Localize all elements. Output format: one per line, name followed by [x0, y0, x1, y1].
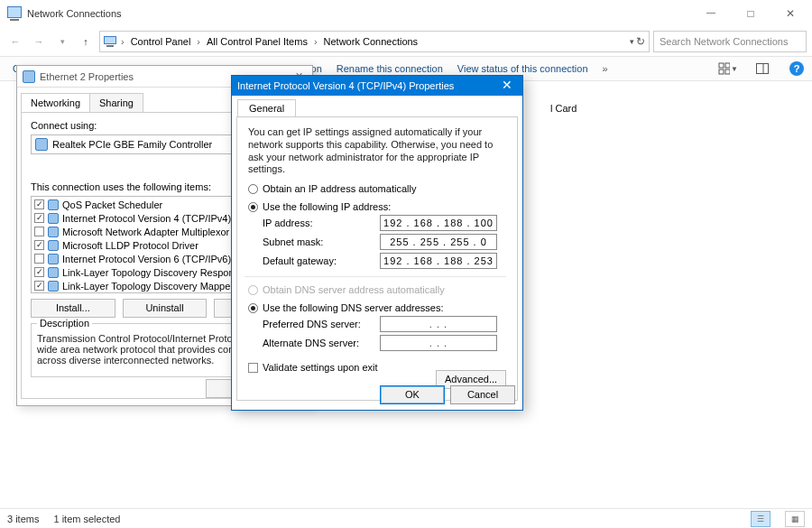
radio-auto-dns: Obtain DNS server address automatically	[248, 284, 506, 295]
nav-forward[interactable]: →	[29, 32, 49, 51]
tab-general[interactable]: General	[237, 99, 296, 116]
svg-rect-4	[757, 64, 769, 74]
status-item-count: 3 items	[7, 514, 39, 524]
radio-icon-disabled	[248, 285, 258, 295]
tab-sharing[interactable]: Sharing	[89, 93, 143, 112]
checkbox-icon[interactable]	[34, 267, 44, 277]
nav-row: ← → ▾ ↑ › Control Panel › All Control Pa…	[0, 27, 812, 56]
radio-use-dns-label: Use the following DNS server addresses:	[263, 302, 444, 313]
view-large-icon[interactable]: ▦	[785, 511, 805, 527]
adapter-name: Realtek PCIe GBE Family Controller	[52, 139, 212, 150]
pref-dns-input[interactable]: . . .	[380, 316, 497, 332]
radio-use-dns[interactable]: Use the following DNS server addresses:	[248, 302, 506, 313]
list-item-label: Internet Protocol Version 6 (TCP/IPv6)	[62, 254, 231, 264]
ipv4-dialog-titlebar[interactable]: Internet Protocol Version 4 (TCP/IPv4) P…	[232, 76, 522, 96]
refresh-icon[interactable]: ↻	[636, 35, 645, 48]
address-bar[interactable]: › Control Panel › All Control Panel Item…	[99, 31, 650, 52]
svg-rect-1	[725, 63, 730, 68]
uninstall-button[interactable]: Uninstall	[123, 299, 208, 318]
view-details-icon[interactable]: ☰	[751, 511, 770, 527]
radio-icon-selected	[248, 303, 258, 313]
chevron-right-icon: ›	[197, 36, 200, 47]
radio-use-ip-label: Use the following IP address:	[263, 201, 391, 212]
radio-use-ip[interactable]: Use the following IP address:	[248, 201, 506, 212]
address-dropdown-icon[interactable]: ▾	[630, 37, 634, 46]
protocol-icon	[48, 281, 59, 292]
status-bar: 3 items 1 item selected ☰ ▦	[0, 508, 812, 528]
svg-rect-0	[719, 63, 724, 68]
ipv4-properties-dialog: Internet Protocol Version 4 (TCP/IPv4) P…	[231, 75, 523, 411]
checkbox-icon	[248, 363, 258, 373]
svg-rect-3	[725, 69, 730, 74]
search-placeholder: Search Network Connections	[660, 36, 788, 47]
svg-rect-2	[719, 69, 724, 74]
nav-recent-drop[interactable]: ▾	[52, 32, 72, 51]
window-close[interactable]	[770, 1, 810, 26]
protocol-icon	[48, 199, 59, 210]
chevron-right-icon: ›	[314, 36, 318, 47]
radio-auto-dns-label: Obtain DNS server address automatically	[263, 284, 445, 295]
nav-back[interactable]: ←	[5, 32, 25, 51]
ip-address-label: IP address:	[263, 218, 380, 228]
crumb-all-items[interactable]: All Control Panel Items	[205, 35, 309, 48]
radio-auto-ip-label: Obtain an IP address automatically	[263, 183, 416, 194]
protocol-icon	[48, 227, 59, 237]
radio-auto-ip[interactable]: Obtain an IP address automatically	[248, 183, 506, 194]
network-icon	[7, 6, 22, 21]
window-titlebar: Network Connections	[0, 0, 812, 27]
subnet-mask-input[interactable]: 255 . 255 . 255 . 0	[380, 234, 497, 250]
preview-pane-icon[interactable]	[752, 59, 772, 79]
list-item-label: Microsoft LLDP Protocol Driver	[62, 240, 198, 251]
protocol-icon	[48, 267, 59, 278]
subnet-mask-label: Subnet mask:	[263, 236, 380, 247]
ip-address-input[interactable]: 192 . 168 . 188 . 100	[380, 215, 497, 231]
list-item-label: Internet Protocol Version 4 (TCP/IPv4)	[62, 213, 231, 224]
window-title: Network Connections	[27, 8, 691, 19]
ipv4-dialog-title: Internet Protocol Version 4 (TCP/IPv4) P…	[237, 80, 497, 91]
chevron-right-icon: ›	[121, 36, 125, 47]
protocol-icon	[48, 240, 59, 251]
crumb-network-connections[interactable]: Network Connections	[322, 35, 420, 48]
status-selected: 1 item selected	[53, 514, 120, 524]
window-maximize[interactable]	[731, 1, 770, 26]
help-icon[interactable]: ?	[787, 59, 807, 79]
validate-label: Validate settings upon exit	[263, 362, 378, 373]
tab-networking[interactable]: Networking	[21, 93, 90, 112]
list-item-label: QoS Packet Scheduler	[62, 199, 162, 210]
description-title: Description	[37, 318, 92, 329]
adapter-icon	[23, 70, 35, 83]
alt-dns-input[interactable]: . . .	[380, 335, 497, 351]
ip-intro-text: You can get IP settings assigned automat…	[248, 126, 506, 176]
pref-dns-label: Preferred DNS server:	[263, 319, 380, 329]
checkbox-icon[interactable]	[34, 213, 44, 223]
checkbox-icon[interactable]	[34, 281, 44, 291]
protocol-icon	[48, 254, 59, 264]
radio-icon	[248, 184, 258, 194]
protocol-icon	[48, 213, 59, 224]
ipv4-cancel-button[interactable]: Cancel	[450, 385, 515, 404]
checkbox-icon[interactable]	[34, 199, 44, 209]
gateway-label: Default gateway:	[263, 255, 380, 266]
cmd-view-status[interactable]: View status of this connection	[457, 63, 588, 74]
cmd-rename[interactable]: Rename this connection	[337, 63, 443, 74]
cmd-overflow[interactable]	[603, 63, 608, 74]
adapter-small-icon	[35, 138, 48, 151]
ipv4-dialog-close[interactable]: ✕	[497, 77, 517, 95]
alt-dns-label: Alternate DNS server:	[263, 338, 380, 348]
search-input[interactable]: Search Network Connections	[653, 31, 807, 52]
window-minimize[interactable]	[691, 1, 731, 26]
connection-label-peek: l Card	[550, 103, 577, 114]
checkbox-icon[interactable]	[34, 227, 44, 236]
ipv4-ok-button[interactable]: OK	[380, 385, 445, 404]
checkbox-icon[interactable]	[34, 240, 44, 250]
gateway-input[interactable]: 192 . 168 . 188 . 253	[380, 253, 497, 269]
crumb-control-panel[interactable]: Control Panel	[129, 35, 193, 48]
view-layout-icon[interactable]: ▼	[718, 59, 738, 79]
install-button[interactable]: Install...	[31, 299, 115, 318]
nav-up[interactable]: ↑	[76, 32, 96, 51]
list-item-label: Link-Layer Topology Discovery Responder	[62, 267, 248, 278]
address-icon	[104, 36, 116, 47]
radio-icon-selected	[248, 202, 258, 212]
checkbox-icon[interactable]	[34, 254, 44, 264]
